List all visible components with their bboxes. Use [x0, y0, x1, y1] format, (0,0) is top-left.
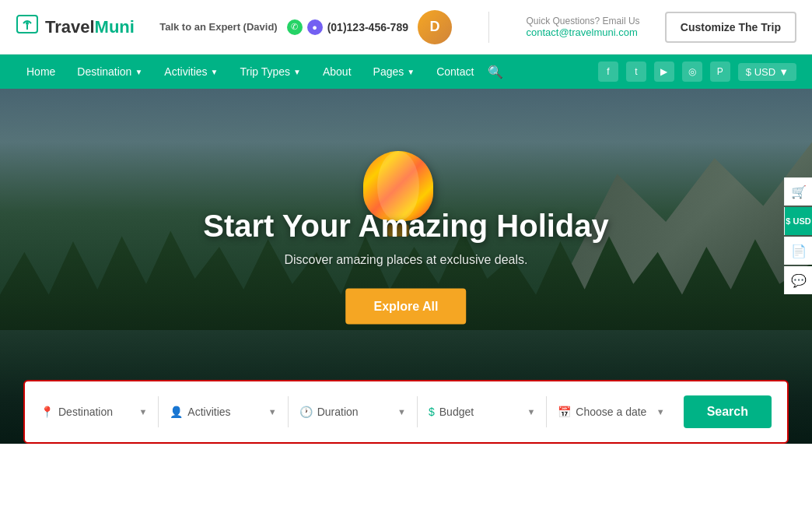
contact-icons: ✆ ● (01)123-456-789 [287, 19, 408, 35]
nav-item-destination[interactable]: Destination ▼ [66, 54, 153, 89]
search-bar: 📍 Destination ▼ 👤 Activities ▼ 🕐 Duratio… [23, 380, 789, 444]
divider [488, 12, 489, 43]
top-bar: TravelMuni Talk to an Expert (David) ✆ ●… [0, 0, 812, 54]
chevron-down-icon: ▼ [779, 66, 789, 78]
instagram-icon[interactable]: ◎ [682, 61, 702, 82]
email-link[interactable]: contact@travelmuni.com [527, 26, 638, 38]
phone-number[interactable]: (01)123-456-789 [327, 21, 408, 33]
duration-label: Duration [317, 406, 393, 418]
chevron-down-icon: ▼ [656, 407, 665, 416]
nav-item-activities[interactable]: Activities ▼ [153, 54, 229, 89]
activities-field[interactable]: 👤 Activities ▼ [159, 396, 288, 427]
dollar-icon: $ [429, 406, 435, 418]
activities-icon: 👤 [170, 406, 183, 418]
contact-info: Talk to an Expert (David) ✆ ● (01)123-45… [159, 10, 452, 44]
whatsapp-icon[interactable]: ✆ [287, 19, 303, 35]
viber-icon[interactable]: ● [307, 19, 323, 35]
hero-content: Start Your Amazing Holiday Discover amaz… [203, 209, 609, 325]
chevron-down-icon: ▼ [268, 407, 277, 416]
chevron-down-icon: ▼ [211, 68, 219, 76]
location-icon: 📍 [40, 406, 54, 418]
side-widgets: 🛒 $ USD 📄 💬 [784, 177, 812, 294]
clock-icon: 🕐 [299, 406, 313, 418]
nav-item-pages[interactable]: Pages ▼ [362, 54, 426, 89]
nav-item-home[interactable]: Home [16, 54, 66, 89]
quick-questions-label: Quick Questions? Email Us [527, 16, 640, 26]
chevron-down-icon: ▼ [135, 68, 142, 76]
svg-point-1 [26, 22, 29, 25]
calendar-icon: 📅 [558, 406, 571, 418]
hero-title: Start Your Amazing Holiday [203, 209, 609, 244]
chat-widget[interactable]: 💬 [784, 266, 812, 294]
email-section: Quick Questions? Email Us contact@travel… [527, 16, 640, 38]
budget-label: Budget [439, 406, 523, 418]
youtube-icon[interactable]: ▶ [654, 61, 674, 82]
nav-item-about[interactable]: About [312, 54, 362, 89]
hero-subtitle: Discover amazing places at exclusive dea… [203, 253, 609, 267]
customize-trip-button[interactable]: Customize The Trip [665, 12, 796, 43]
nav-left: Home Destination ▼ Activities ▼ Trip Typ… [16, 54, 503, 89]
destination-field[interactable]: 📍 Destination ▼ [40, 396, 159, 427]
chevron-down-icon: ▼ [293, 68, 301, 76]
currency-widget[interactable]: $ USD [784, 207, 812, 235]
search-bar-container: 📍 Destination ▼ 👤 Activities ▼ 🕐 Duratio… [0, 380, 812, 444]
facebook-icon[interactable]: f [598, 61, 618, 82]
avatar: D [418, 10, 452, 44]
document-widget[interactable]: 📄 [784, 237, 812, 265]
search-button[interactable]: Search [684, 395, 772, 428]
logo-text: TravelMuni [45, 17, 135, 37]
twitter-icon[interactable]: t [626, 61, 646, 82]
wishlist-widget[interactable]: 🛒 [784, 177, 812, 206]
logo[interactable]: TravelMuni [16, 12, 135, 41]
nav-right: f t ▶ ◎ P $ USD ▼ [598, 61, 796, 82]
logo-icon [16, 12, 39, 41]
date-label: Choose a date [576, 406, 651, 418]
currency-selector[interactable]: $ USD ▼ [738, 63, 796, 81]
nav-item-contact[interactable]: Contact [425, 54, 485, 89]
destination-label: Destination [58, 406, 134, 418]
pinterest-icon[interactable]: P [710, 61, 730, 82]
activities-label: Activities [187, 406, 263, 418]
chevron-down-icon: ▼ [527, 407, 535, 416]
navbar: Home Destination ▼ Activities ▼ Trip Typ… [0, 54, 812, 89]
talk-to-label: Talk to an Expert (David) [159, 21, 277, 33]
search-icon[interactable]: 🔍 [488, 65, 503, 79]
chevron-down-icon: ▼ [138, 407, 147, 416]
chevron-down-icon: ▼ [407, 68, 415, 76]
budget-field[interactable]: $ Budget ▼ [418, 396, 547, 427]
explore-all-button[interactable]: Explore All [346, 289, 467, 325]
hero-section: Start Your Amazing Holiday Discover amaz… [0, 89, 812, 444]
chevron-down-icon: ▼ [397, 407, 406, 416]
date-field[interactable]: 📅 Choose a date ▼ [547, 396, 675, 427]
duration-field[interactable]: 🕐 Duration ▼ [289, 396, 418, 427]
nav-item-trip-types[interactable]: Trip Types ▼ [229, 54, 312, 89]
